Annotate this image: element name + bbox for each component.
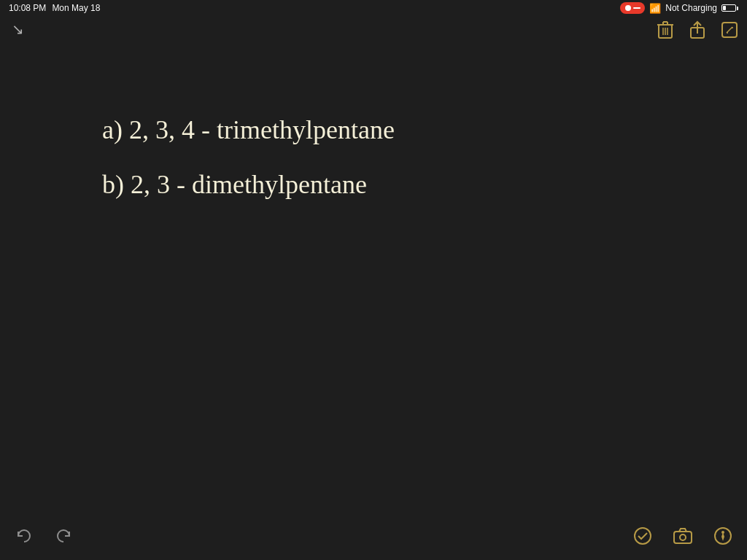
edit-icon[interactable] — [721, 21, 738, 43]
wifi-icon: 📶 — [649, 3, 661, 14]
battery-body — [721, 4, 736, 12]
collapse-arrow-button[interactable]: ↘ — [12, 20, 24, 38]
status-right: 📶 Not Charging — [620, 2, 738, 14]
svg-point-18 — [680, 534, 686, 540]
date-display: Mon May 18 — [52, 3, 100, 13]
undo-button[interactable] — [15, 526, 34, 550]
trash-icon[interactable] — [657, 20, 674, 44]
bottom-right-controls — [633, 526, 732, 550]
bottom-left-controls — [15, 526, 73, 550]
top-toolbar — [657, 20, 738, 44]
svg-line-11 — [727, 27, 732, 33]
bottom-toolbar — [0, 516, 747, 560]
time-display: 10:08 PM — [9, 3, 46, 13]
svg-text:a)  2, 3, 4 - trimethylpentane: a) 2, 3, 4 - trimethylpentane — [102, 115, 395, 144]
status-left: 10:08 PM Mon May 18 — [9, 3, 100, 13]
redo-button[interactable] — [54, 526, 73, 550]
svg-point-20 — [721, 531, 724, 534]
check-button[interactable] — [633, 526, 652, 550]
battery-status-text: Not Charging — [665, 3, 717, 13]
svg-text:b)  2, 3 - dimethylpentane: b) 2, 3 - dimethylpentane — [102, 170, 367, 199]
handwriting-canvas: a) 2, 3, 4 - trimethylpentane b) 2, 3 - … — [0, 58, 747, 350]
battery-fill — [723, 6, 726, 10]
record-line — [633, 7, 640, 9]
pen-tool-button[interactable] — [713, 526, 732, 550]
battery-tip — [737, 7, 738, 10]
share-icon[interactable] — [689, 20, 706, 44]
status-bar: 10:08 PM Mon May 18 📶 Not Charging — [0, 0, 747, 16]
battery-icon — [721, 4, 738, 12]
svg-rect-17 — [674, 532, 692, 543]
record-dot — [625, 5, 631, 11]
record-indicator — [620, 2, 645, 14]
svg-point-16 — [635, 528, 651, 544]
camera-button[interactable] — [673, 527, 693, 549]
